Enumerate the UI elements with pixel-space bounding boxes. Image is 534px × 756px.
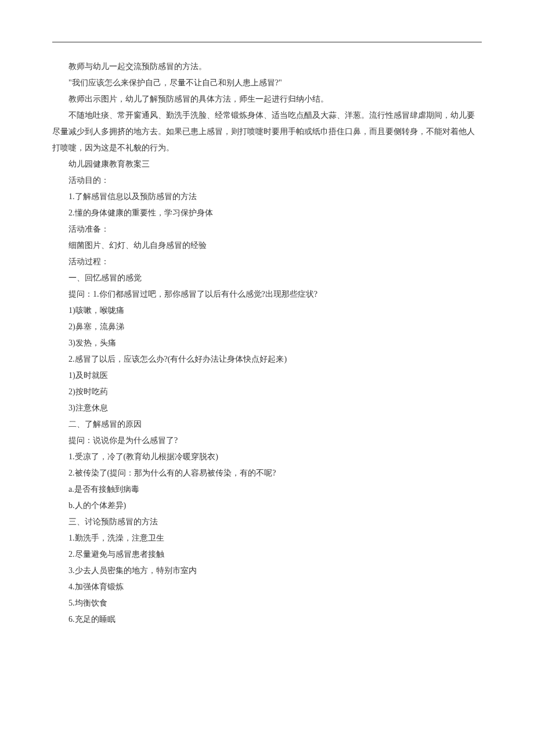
paragraph-line: 1.勤洗手，洗澡，注意卫生 <box>52 530 482 546</box>
paragraph-line: 6.充足的睡眠 <box>52 611 482 628</box>
paragraph-line: 二、了解感冒的原因 <box>52 416 482 433</box>
paragraph-line: 1)及时就医 <box>52 368 482 384</box>
paragraph-line: 教师与幼儿一起交流预防感冒的方法。 <box>52 59 482 75</box>
paragraph-line: 2.被传染了(提问：那为什么有的人容易被传染，有的不呢? <box>52 465 482 481</box>
paragraph-line: 细菌图片、幻灯、幼儿自身感冒的经验 <box>52 237 482 254</box>
paragraph-line: 幼儿园健康教育教案三 <box>52 156 482 172</box>
paragraph-line: 活动准备： <box>52 221 482 237</box>
paragraph-line: "我们应该怎么来保护自己，尽量不让自己和别人患上感冒?" <box>52 75 482 91</box>
horizontal-rule <box>52 42 482 42</box>
paragraph-line: 三、讨论预防感冒的方法 <box>52 514 482 530</box>
paragraph-line: b.人的个体差异) <box>52 498 482 514</box>
paragraph-line: 1)咳嗽，喉咙痛 <box>52 303 482 319</box>
paragraph-line: 一、回忆感冒的感觉 <box>52 270 482 286</box>
paragraph-line: 2.感冒了以后，应该怎么办?(有什么好办法让身体快点好起来) <box>52 351 482 368</box>
paragraph-line: 3)发热，头痛 <box>52 335 482 351</box>
document-body: 教师与幼儿一起交流预防感冒的方法。"我们应该怎么来保护自己，尽量不让自己和别人患… <box>52 59 482 628</box>
paragraph-line: 活动目的： <box>52 172 482 189</box>
paragraph-line: 5.均衡饮食 <box>52 595 482 611</box>
paragraph-line: 2)鼻塞，流鼻涕 <box>52 319 482 335</box>
paragraph-line: 不随地吐痰、常开窗通风、勤洗手洗脸、经常锻炼身体、适当吃点醋及大蒜、洋葱。流行性… <box>52 107 482 156</box>
paragraph-line: 3.少去人员密集的地方，特别市室内 <box>52 563 482 579</box>
paragraph-line: 2.懂的身体健康的重要性，学习保护身体 <box>52 205 482 221</box>
paragraph-line: 教师出示图片，幼儿了解预防感冒的具体方法，师生一起进行归纳小结。 <box>52 91 482 107</box>
paragraph-line: 提问：说说你是为什么感冒了? <box>52 433 482 449</box>
paragraph-line: 1.了解感冒信息以及预防感冒的方法 <box>52 189 482 205</box>
paragraph-line: 活动过程： <box>52 254 482 270</box>
paragraph-line: a.是否有接触到病毒 <box>52 481 482 498</box>
paragraph-line: 2)按时吃药 <box>52 384 482 400</box>
paragraph-line: 提问：1.你们都感冒过吧，那你感冒了以后有什么感觉?出现那些症状? <box>52 286 482 303</box>
paragraph-line: 1.受凉了，冷了(教育幼儿根据冷暖穿脱衣) <box>52 449 482 465</box>
paragraph-line: 3)注意休息 <box>52 400 482 416</box>
paragraph-line: 2.尽量避免与感冒患者接触 <box>52 546 482 563</box>
paragraph-line: 4.加强体育锻炼 <box>52 579 482 595</box>
document-page: 教师与幼儿一起交流预防感冒的方法。"我们应该怎么来保护自己，尽量不让自己和别人患… <box>0 0 534 680</box>
